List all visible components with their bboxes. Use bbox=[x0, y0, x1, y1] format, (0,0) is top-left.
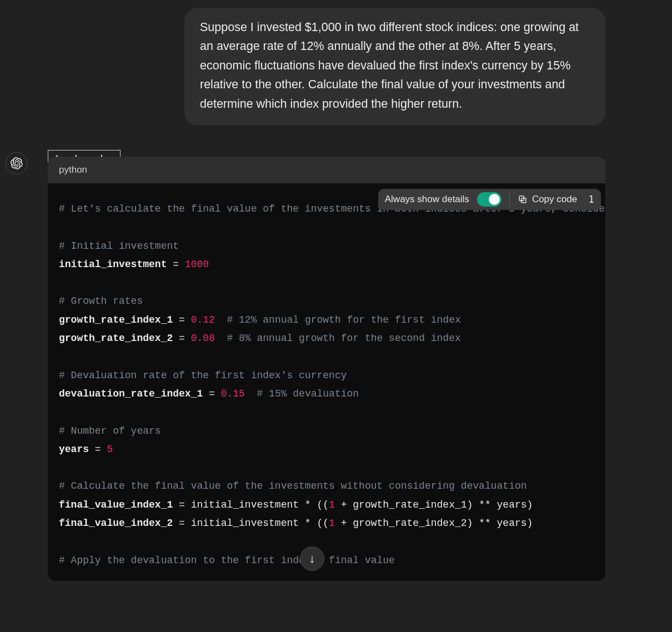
copy-icon bbox=[518, 194, 528, 204]
code-body[interactable]: # Let's calculate the final value of the… bbox=[48, 183, 605, 581]
scroll-to-bottom-button[interactable]: ↓ bbox=[300, 546, 324, 571]
always-show-details-label: Always show details bbox=[385, 194, 469, 205]
toggle-knob bbox=[489, 194, 500, 205]
code-panel: python Always show details Copy code 1 #… bbox=[48, 157, 605, 581]
arrow-down-icon: ↓ bbox=[309, 551, 315, 566]
copy-code-label: Copy code bbox=[532, 194, 577, 205]
copy-code-button[interactable]: Copy code bbox=[518, 194, 577, 205]
toolbar-divider bbox=[509, 192, 510, 207]
assistant-avatar bbox=[6, 152, 28, 174]
code-trailing-token: 1 bbox=[585, 193, 594, 205]
code-toolbar: Always show details Copy code 1 bbox=[378, 189, 601, 210]
openai-logo-icon bbox=[11, 157, 23, 169]
user-message: Suppose I invested $1,000 in two differe… bbox=[184, 8, 605, 126]
always-show-details-toggle[interactable] bbox=[477, 192, 502, 207]
code-language-label: python bbox=[48, 157, 605, 183]
